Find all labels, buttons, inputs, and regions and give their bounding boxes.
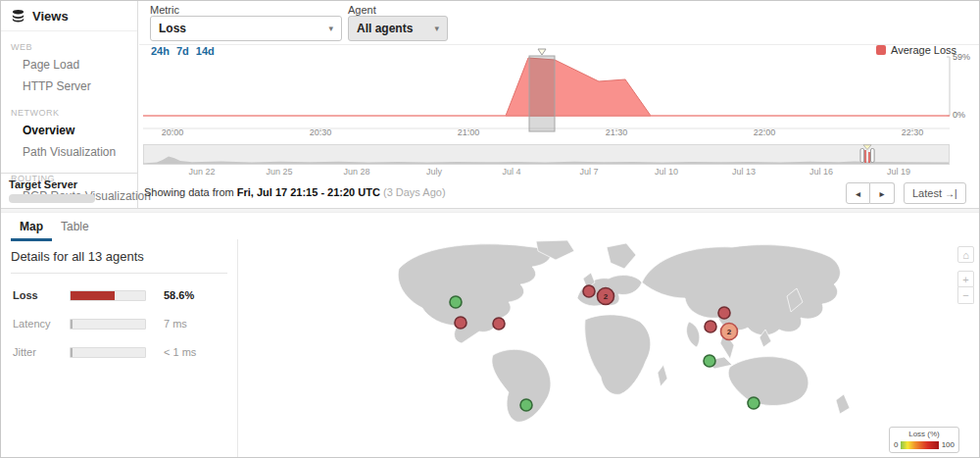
status-range: Fri, Jul 17 21:15 - 21:20 UTC [237, 186, 380, 198]
status-ago: (3 Days Ago) [380, 186, 446, 198]
chevron-down-icon: ▾ [434, 24, 439, 33]
agent-dot-green[interactable] [520, 399, 532, 411]
timeline-tick-label: Jul 7 [579, 167, 598, 177]
timeline-tick-label: Jun 22 [188, 167, 215, 177]
x-tick-label: 22:00 [754, 127, 776, 137]
metric-bar [70, 347, 146, 358]
home-icon: ⌂ [962, 249, 969, 261]
time-selection-band[interactable] [529, 56, 555, 131]
skip-to-latest-icon: →| [945, 188, 957, 199]
agent-dot-green[interactable] [450, 296, 462, 308]
metric-value: 7 ms [164, 318, 187, 330]
selection-marker-icon[interactable] [538, 49, 546, 55]
tab-map[interactable]: Map [11, 213, 52, 241]
map-controls: ⌂ + − [957, 246, 974, 304]
agent-cluster-count: 2 [604, 292, 609, 301]
metric-row-jitter: Jitter< 1 ms [13, 345, 237, 359]
metric-value: 58.6% [164, 289, 194, 301]
timeline-tick-label: July [426, 167, 442, 177]
jump-to-latest-button[interactable]: Latest →| [904, 182, 966, 204]
map-zoom-out-button[interactable]: − [957, 287, 974, 304]
timeline-tick-label: Jun 25 [266, 167, 292, 177]
status-prefix: Showing data from [144, 186, 237, 198]
map-home-button[interactable]: ⌂ [957, 246, 974, 263]
timeline-tick-label: Jul 19 [887, 167, 910, 177]
details-divider [11, 273, 227, 274]
metric-label: Loss [13, 289, 70, 301]
timeline-tick-label: Jul 13 [732, 167, 756, 177]
target-server-value[interactable] [9, 194, 95, 203]
brush-handle-right[interactable] [871, 149, 875, 163]
details-rows: Loss58.6%Latency7 msJitter< 1 ms [1, 288, 237, 359]
legend-title: Loss (%) [894, 430, 955, 438]
loss-gradient-bar [901, 441, 938, 449]
metric-row-latency: Latency7 ms [13, 317, 237, 331]
metric-label: Jitter [13, 346, 70, 358]
timeline-tick-label: Jul 4 [502, 167, 520, 177]
timeline-brush[interactable] [143, 144, 950, 165]
sidebar-item-http-server[interactable]: HTTP Server [1, 76, 137, 97]
x-tick-label: 21:30 [606, 127, 628, 137]
loss-chart[interactable] [138, 40, 980, 138]
agent-select[interactable]: All agents ▾ [348, 16, 448, 41]
arrow-left-icon: ◂ [856, 188, 860, 199]
latest-button-label: Latest [912, 187, 942, 199]
y-max-label: 59% [953, 52, 970, 62]
agent-details-panel: Details for all 13 agents Loss58.6%Laten… [1, 239, 238, 458]
tab-table[interactable]: Table [52, 213, 98, 241]
x-tick-label: 22:30 [902, 127, 924, 137]
agent-dot-red[interactable] [455, 317, 466, 329]
agent-cluster-count: 2 [727, 328, 732, 336]
sidebar-item-page-load[interactable]: Page Load [1, 54, 137, 76]
agent-dot-green[interactable] [748, 397, 760, 409]
details-title: Details for all 13 agents [1, 239, 237, 273]
metric-label: Metric [150, 4, 179, 16]
metric-label: Latency [13, 318, 70, 330]
network-monitoring-app: Views WEBPage LoadHTTP ServerNETWORKOver… [0, 0, 980, 458]
timeline-tick-label: Jul 10 [655, 167, 678, 177]
next-interval-button[interactable]: ▸ [870, 182, 895, 204]
legend-max: 100 [942, 440, 955, 449]
agent-dot-green[interactable] [704, 355, 715, 367]
loss-area-series [506, 58, 651, 116]
map-loss-legend: Loss (%) 0 100 [889, 427, 959, 453]
agent-label: Agent [348, 4, 376, 16]
agent-dot-red[interactable] [493, 318, 505, 330]
status-row: Showing data from Fri, Jul 17 21:15 - 21… [144, 186, 446, 198]
sidebar-item-path-visualization[interactable]: Path Visualization [1, 141, 137, 163]
timeline-tick-label: Jul 16 [809, 167, 833, 177]
view-tabs: Map Table [1, 213, 979, 241]
x-tick-label: 20:30 [310, 127, 332, 137]
views-title: Views [32, 9, 69, 24]
views-header: Views [1, 1, 137, 31]
agent-select-value: All agents [357, 22, 413, 35]
world-map-panel[interactable]: 22 ⌂ + − Loss (%) 0 100 [238, 239, 980, 458]
sidebar-section: WEBPage LoadHTTP Server [1, 40, 137, 97]
agent-dot-red[interactable] [705, 321, 716, 332]
target-server-label: Target Server [9, 178, 129, 190]
map-zoom-in-button[interactable]: + [957, 271, 974, 287]
sidebar-item-overview[interactable]: Overview [1, 120, 137, 141]
metric-bar-tick [71, 320, 73, 329]
metric-bar [70, 290, 146, 301]
sidebar-section-label: NETWORK [1, 106, 137, 120]
minus-icon: − [962, 289, 968, 301]
views-icon [11, 9, 25, 24]
brush-handle-left[interactable] [860, 149, 864, 163]
metric-select[interactable]: Loss ▾ [150, 16, 342, 41]
previous-interval-button[interactable]: ◂ [846, 182, 870, 204]
target-server-box: Target Server [1, 173, 137, 208]
continents [398, 240, 850, 422]
y-min-label: 0% [953, 110, 965, 120]
agent-dot-red[interactable] [718, 307, 730, 319]
metric-bar [70, 319, 146, 330]
timeline-tick-label: Jun 28 [343, 167, 369, 177]
agent-dot-red[interactable] [583, 285, 595, 297]
metric-value: < 1 ms [164, 346, 196, 358]
legend-min: 0 [894, 440, 898, 449]
bottom-panel: Map Table Details for all 13 agents Loss… [1, 208, 979, 458]
world-map[interactable]: 22 [242, 239, 975, 450]
sidebar-section-label: WEB [1, 40, 137, 54]
plus-icon: + [962, 274, 968, 285]
metric-bar-fill [71, 291, 115, 300]
